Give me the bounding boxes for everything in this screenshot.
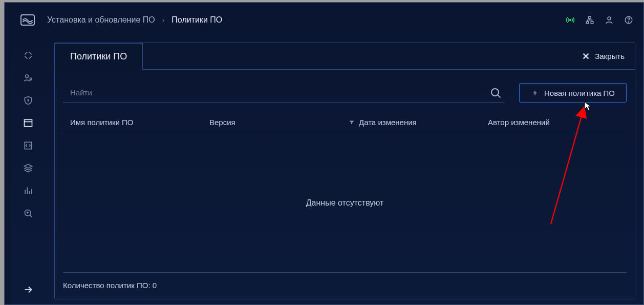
sidebar-item-stats[interactable]	[23, 185, 34, 196]
sidebar-item-layers[interactable]	[23, 162, 34, 174]
column-header-date[interactable]: Дата изменения	[349, 118, 488, 127]
svg-point-0	[570, 19, 571, 21]
svg-point-4	[608, 17, 611, 20]
search-input[interactable]	[63, 83, 505, 102]
empty-state: Данные отсутствуют	[63, 133, 627, 272]
chevron-right-icon: ›	[162, 16, 165, 24]
breadcrumb-current: Политики ПО	[171, 15, 222, 25]
sidebar-expand-button[interactable]	[10, 284, 46, 295]
search-field-wrap	[63, 83, 505, 103]
footer-count: Количество политик ПО: 0	[63, 272, 627, 290]
help-icon[interactable]	[624, 15, 633, 25]
svg-point-6	[628, 22, 629, 22]
close-label: Закрыть	[595, 52, 625, 60]
svg-point-13	[491, 89, 499, 96]
hierarchy-icon[interactable]	[585, 15, 594, 25]
search-icon[interactable]	[489, 87, 502, 99]
svg-point-8	[30, 78, 31, 79]
main-panel: Политики ПО ✕ Закрыть ＋ Новая политика П…	[54, 43, 635, 299]
sidebar-item-security[interactable]	[23, 95, 34, 106]
sidebar-item-users[interactable]	[23, 72, 34, 84]
svg-rect-2	[586, 22, 589, 24]
close-icon: ✕	[582, 52, 590, 61]
svg-point-9	[28, 99, 29, 100]
svg-rect-1	[589, 16, 591, 18]
sidebar-item-search[interactable]	[23, 208, 34, 219]
antenna-icon[interactable]	[566, 15, 575, 25]
plus-icon: ＋	[531, 89, 539, 97]
table-header: Имя политики ПО Версия Дата изменения Ав…	[63, 118, 627, 133]
column-header-name[interactable]: Имя политики ПО	[70, 118, 209, 127]
column-header-author[interactable]: Автор изменений	[488, 118, 619, 127]
tab-label: Политики ПО	[70, 51, 127, 62]
sidebar-item-software[interactable]	[23, 117, 34, 129]
column-header-version[interactable]: Версия	[209, 118, 349, 127]
sidebar-item-script[interactable]	[23, 140, 34, 151]
user-icon[interactable]	[605, 15, 614, 25]
tab-policies[interactable]: Политики ПО	[54, 43, 143, 70]
breadcrumb: Установка и обновление ПО › Политики ПО	[47, 15, 222, 25]
svg-point-7	[26, 75, 29, 78]
new-policy-button[interactable]: ＋ Новая политика ПО	[519, 83, 627, 103]
app-logo[interactable]	[20, 14, 35, 26]
close-button[interactable]: ✕ Закрыть	[582, 43, 635, 69]
svg-rect-10	[25, 119, 32, 126]
sidebar-item-tools[interactable]	[23, 50, 34, 61]
filter-icon	[349, 119, 355, 126]
new-policy-label: Новая политика ПО	[544, 89, 615, 97]
breadcrumb-parent[interactable]: Установка и обновление ПО	[47, 15, 155, 25]
svg-rect-3	[591, 22, 593, 24]
